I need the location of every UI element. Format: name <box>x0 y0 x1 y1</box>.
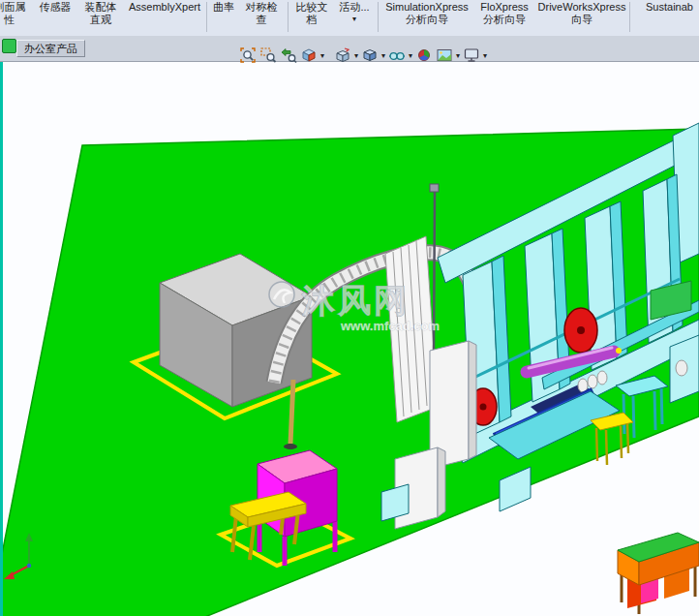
zoom-to-area-icon[interactable] <box>258 46 278 65</box>
ribbon-toolbar: 剖面属 性 传感器 装配体 直观 AssemblyXpert 曲率 对称检 查 … <box>0 0 699 37</box>
ribbon-item-compare-documents[interactable]: 比较文 档 <box>290 1 333 34</box>
ribbon-item-section-properties[interactable]: 剖面属 性 <box>0 1 31 34</box>
viewport-left-edge <box>0 61 3 616</box>
chevron-down-icon[interactable]: ▾ <box>482 51 488 60</box>
ribbon-item-driveworksxpress-wizard[interactable]: DriveWorksXpress 向导 <box>535 1 628 34</box>
ribbon-item-label: DriveWorksXpress 向导 <box>538 1 626 25</box>
graphics-viewport[interactable]: 沐风网 www.mfcad.com <box>0 61 699 616</box>
ribbon-item-sensors[interactable]: 传感器 <box>33 1 77 34</box>
chevron-down-icon[interactable]: ▾ <box>353 51 359 60</box>
ribbon-item-label: FloXpress 分析向导 <box>480 1 529 25</box>
ribbon-item-assemblyxpert[interactable]: AssemblyXpert <box>124 1 205 34</box>
ribbon-item-label: 活动... <box>339 1 369 14</box>
ribbon-item-assembly-visualization[interactable]: 装配体 直观 <box>77 1 124 34</box>
watermark-title: 沐风网 <box>301 282 410 319</box>
tab-office-products[interactable]: 办公室产品 <box>16 40 85 57</box>
ribbon-item-label: 曲率 <box>213 1 234 14</box>
ribbon-item-label: 对称检 查 <box>246 1 278 25</box>
scene-svg: 沐风网 www.mfcad.com <box>0 61 699 616</box>
ribbon-item-label: 装配体 直观 <box>85 1 117 25</box>
ribbon-separator <box>288 2 289 32</box>
view-settings-icon[interactable] <box>462 46 481 65</box>
hide-show-items-icon[interactable] <box>387 46 407 65</box>
watermark-url: www.mfcad.com <box>340 319 440 333</box>
ribbon-item-label: SimulationXpress 分析向导 <box>385 1 469 25</box>
previous-view-icon[interactable] <box>279 46 298 65</box>
edit-appearance-icon[interactable] <box>414 46 434 65</box>
ribbon-item-label: Sustainab <box>646 1 693 14</box>
chevron-down-icon[interactable]: ▾ <box>319 51 325 60</box>
display-style-icon[interactable] <box>360 46 380 65</box>
section-view-icon[interactable] <box>299 46 319 65</box>
ribbon-separator <box>378 2 379 32</box>
chevron-down-icon[interactable]: ▾ <box>408 51 413 60</box>
ribbon-separator <box>629 2 630 32</box>
ribbon-item-symmetry-check[interactable]: 对称检 查 <box>238 1 285 34</box>
red-flywheel <box>564 308 597 353</box>
ribbon-item-curvature[interactable]: 曲率 <box>209 1 238 34</box>
headsup-view-toolbar: ▾ ▾ ▾ ▾ ▾ ▾ <box>238 44 488 67</box>
chevron-down-icon[interactable]: ▾ <box>352 15 356 23</box>
ribbon-item-check-active-document[interactable]: 活动... ▾ <box>334 1 375 34</box>
ribbon-item-label: 传感器 <box>40 1 72 14</box>
green-tab-icon[interactable] <box>2 39 16 53</box>
office-bench[interactable] <box>618 533 699 614</box>
ribbon-item-label: AssemblyXpert <box>129 1 200 14</box>
watermark-logo <box>269 282 294 307</box>
ribbon-item-sustainability[interactable]: Sustainab <box>633 1 699 34</box>
view-orientation-icon[interactable] <box>333 46 352 65</box>
ribbon-item-label: 剖面属 性 <box>0 1 26 25</box>
ribbon-item-simulationxpress-wizard[interactable]: SimulationXpress 分析向导 <box>380 1 473 34</box>
ribbon-item-floxpress-wizard[interactable]: FloXpress 分析向导 <box>473 1 535 34</box>
ribbon-item-label: 比较文 档 <box>296 1 328 25</box>
chevron-down-icon[interactable]: ▾ <box>380 51 386 60</box>
apply-scene-icon[interactable] <box>435 46 454 65</box>
zoom-to-fit-icon[interactable] <box>238 46 258 65</box>
ribbon-separator <box>206 2 207 32</box>
chevron-down-icon[interactable]: ▾ <box>455 51 461 60</box>
